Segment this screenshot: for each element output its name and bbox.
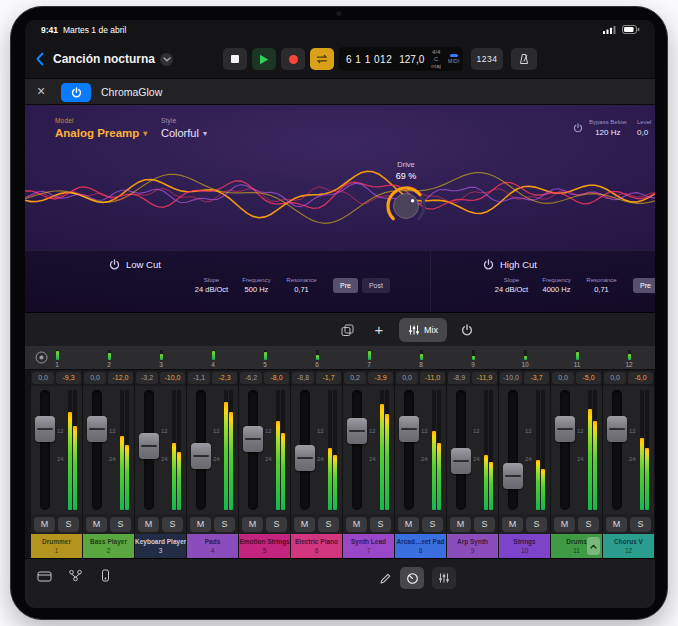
mute-button[interactable]: M [190,517,211,532]
record-button[interactable] [281,48,305,70]
low-cut-pre-button[interactable]: Pre [333,278,358,293]
track-name-label[interactable]: Keyboard Player 3 [135,534,186,558]
volume-value[interactable]: -2,3 [212,372,237,384]
low-cut-frequency[interactable]: Frequency 500 Hz [234,277,279,294]
track-number-cell[interactable]: 12 [603,346,655,370]
fader-cap[interactable] [295,445,315,471]
track-number-cell[interactable]: 5 [239,346,291,370]
song-title[interactable]: Canción nocturna [53,52,155,66]
track-name-label[interactable]: Drummer 1 [31,534,82,558]
solo-button[interactable]: S [474,517,495,532]
solo-button[interactable]: S [422,517,443,532]
volume-value[interactable]: -11,9 [472,372,497,384]
track-name-label[interactable]: Chorus V 12 [603,534,654,558]
mute-button[interactable]: M [86,517,107,532]
plugin-power-button[interactable] [61,83,91,102]
controls-view-button[interactable] [400,567,424,589]
track-number-cell[interactable]: 6 [291,346,343,370]
volume-value[interactable]: -10,0 [160,372,185,384]
pan-value[interactable]: 0,0 [396,372,418,384]
solo-button[interactable]: S [58,517,79,532]
song-menu-button[interactable] [160,53,173,66]
stop-button[interactable] [223,48,247,70]
high-cut-power-icon[interactable] [483,259,494,270]
faders-view-button[interactable] [432,567,456,589]
track-number-cell[interactable]: 11 [551,346,603,370]
fader-cap[interactable] [607,416,627,442]
library-icon[interactable] [37,569,52,582]
pan-value[interactable]: -1,1 [188,372,210,384]
mute-button[interactable]: M [606,517,627,532]
track-name-label[interactable]: Arcad…eet Pad 8 [395,534,446,558]
mute-button[interactable]: M [294,517,315,532]
track-name-label[interactable]: Synth Lead 7 [343,534,394,558]
model-selector[interactable]: Analog Preamp ▾ [55,127,147,139]
low-cut-slope[interactable]: Slope 24 dB/Oct [189,277,234,294]
fader-track[interactable] [560,390,570,510]
track-name-label[interactable]: Electric Piano 6 [291,534,342,558]
fader-cap[interactable] [347,418,367,444]
high-cut-resonance[interactable]: Resonance 0,71 [579,277,624,294]
pan-value[interactable]: 0,2 [344,372,366,384]
play-button[interactable] [252,48,276,70]
metronome-button[interactable] [511,48,537,70]
pan-value[interactable]: -8,8 [292,372,314,384]
track-number-cell[interactable]: 1 [31,346,83,370]
solo-button[interactable]: S [318,517,339,532]
track-number-cell[interactable]: 9 [447,346,499,370]
bypass-power-icon[interactable] [573,123,583,137]
duplicate-button[interactable] [335,318,359,342]
mix-view-button[interactable]: Mix [399,318,447,342]
fader-cap[interactable] [503,463,523,489]
close-plugin-button[interactable]: × [37,83,45,99]
low-cut-post-button[interactable]: Post [362,278,390,293]
track-number-cell[interactable]: 3 [135,346,187,370]
volume-value[interactable]: -5,0 [576,372,601,384]
style-selector[interactable]: Colorful ▾ [161,127,207,139]
fader-cap[interactable] [87,416,107,442]
mute-button[interactable]: M [346,517,367,532]
track-name-label[interactable]: Arp Synth 9 [447,534,498,558]
routing-icon[interactable] [68,569,83,582]
track-name-label[interactable]: Bass Player 2 [83,534,134,558]
solo-button[interactable]: S [370,517,391,532]
mute-button[interactable]: M [398,517,419,532]
mute-button[interactable]: M [138,517,159,532]
volume-value[interactable]: -8,0 [264,372,289,384]
pan-value[interactable]: -10,0 [500,372,522,384]
volume-value[interactable]: -12,0 [108,372,133,384]
track-name-label[interactable]: Pads 4 [187,534,238,558]
fader-track[interactable] [92,390,102,510]
pan-value[interactable]: 0,0 [84,372,106,384]
solo-button[interactable]: S [630,517,651,532]
fader-cap[interactable] [35,416,55,442]
fader-cap[interactable] [555,416,575,442]
track-number-cell[interactable]: 10 [499,346,551,370]
track-number-cell[interactable]: 7 [343,346,395,370]
expand-stack-button[interactable] [587,537,600,555]
cycle-button[interactable] [310,48,334,70]
solo-button[interactable]: S [526,517,547,532]
solo-button[interactable]: S [266,517,287,532]
solo-button[interactable]: S [578,517,599,532]
fader-cap[interactable] [451,448,471,474]
volume-value[interactable]: -6,0 [628,372,653,384]
solo-button[interactable]: S [214,517,235,532]
mute-button[interactable]: M [502,517,523,532]
level-control[interactable]: Level 0,0 [637,119,655,137]
drive-knob[interactable] [383,183,429,229]
track-number-cell[interactable]: 2 [83,346,135,370]
mute-button[interactable]: M [450,517,471,532]
controller-icon[interactable] [99,569,112,582]
track-name-label[interactable]: Strings 10 [499,534,550,558]
fader-track[interactable] [352,390,362,510]
pan-value[interactable]: -6,2 [240,372,262,384]
mute-button[interactable]: M [242,517,263,532]
fader-cap[interactable] [191,443,211,469]
lcd-display[interactable]: 6 1 1 012 127,0 4/4 C maj MIDI [339,47,463,71]
fader-cap[interactable] [243,426,263,452]
pan-value[interactable]: 0,0 [604,372,626,384]
high-cut-pre-button[interactable]: Pre [633,278,655,293]
solo-button[interactable]: S [110,517,131,532]
mute-button[interactable]: M [34,517,55,532]
